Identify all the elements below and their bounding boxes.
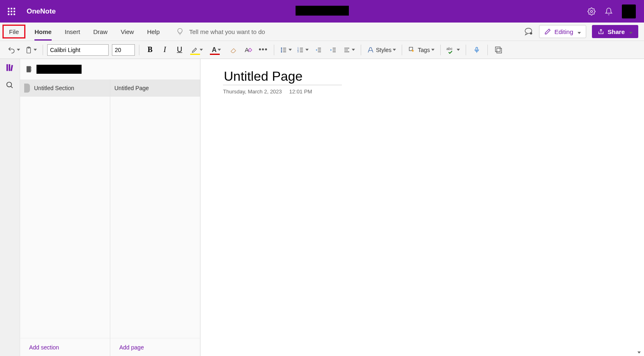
decrease-indent-button[interactable] — [312, 43, 325, 57]
paste-button[interactable] — [23, 43, 39, 57]
ribbon-toolbar: B I U A A ••• 123 Styles Tags abc — [0, 41, 644, 59]
page-title-input[interactable]: Untitled Page — [223, 69, 342, 85]
notebooks-icon[interactable] — [5, 63, 14, 72]
bullets-button[interactable] — [278, 43, 294, 57]
app-launcher-button[interactable] — [0, 8, 23, 15]
styles-button[interactable]: Styles — [365, 43, 398, 57]
clear-formatting-button[interactable] — [227, 43, 240, 57]
font-color-button[interactable]: A — [207, 43, 225, 57]
styles-label: Styles — [376, 47, 391, 53]
svg-line-39 — [11, 86, 13, 88]
underline-button[interactable]: U — [173, 43, 186, 57]
svg-rect-42 — [31, 69, 32, 70]
page-time: 12:01 PM — [289, 88, 312, 95]
feed-button[interactable] — [492, 43, 505, 57]
chevron-down-icon — [628, 28, 633, 35]
svg-rect-33 — [495, 47, 500, 52]
svg-rect-37 — [11, 65, 13, 71]
tags-button[interactable]: Tags — [406, 43, 436, 57]
bold-icon: B — [148, 45, 152, 54]
tell-me-placeholder: Tell me what you want to do — [189, 28, 265, 35]
spellcheck-icon: abc — [446, 46, 455, 54]
catch-up-icon[interactable] — [524, 27, 533, 36]
page-item[interactable]: Untitled Page — [110, 79, 200, 97]
font-size-input[interactable] — [112, 44, 135, 56]
svg-rect-36 — [9, 64, 10, 71]
increase-indent-button[interactable] — [327, 43, 340, 57]
separator — [361, 45, 361, 55]
pages-empty — [110, 97, 200, 338]
bullet-list-icon — [280, 46, 287, 54]
pencil-icon — [544, 28, 551, 35]
tab-draw[interactable]: Draw — [93, 23, 107, 41]
italic-button[interactable]: I — [158, 43, 171, 57]
page-meta: Thursday, March 2, 2023 12:01 PM — [223, 88, 644, 95]
section-item[interactable]: Untitled Section — [20, 79, 110, 97]
ellipsis-icon: ••• — [259, 45, 268, 54]
eraser-icon — [230, 46, 238, 54]
tab-help[interactable]: Help — [147, 23, 160, 41]
ribbon-tabs: Home Insert Draw View Help — [34, 23, 159, 41]
share-label: Share — [608, 28, 625, 35]
add-page-button[interactable]: Add page — [110, 338, 200, 356]
align-button[interactable] — [341, 43, 357, 57]
spelling-button[interactable]: abc — [445, 43, 462, 57]
numbering-button[interactable]: 123 — [295, 43, 310, 57]
svg-rect-5 — [248, 48, 252, 51]
search-icon[interactable] — [6, 81, 14, 89]
styles-icon — [367, 46, 374, 54]
indent-icon — [330, 46, 337, 54]
svg-rect-40 — [27, 66, 31, 73]
share-button[interactable]: Share — [592, 25, 638, 38]
tab-view[interactable]: View — [121, 23, 134, 41]
format-painter-button[interactable]: A — [242, 43, 255, 57]
tab-home[interactable]: Home — [34, 23, 52, 41]
page-date: Thursday, March 2, 2023 — [223, 88, 282, 95]
highlighter-icon — [191, 46, 198, 54]
svg-rect-35 — [7, 64, 8, 71]
tell-me-search[interactable]: Tell me what you want to do — [176, 28, 265, 35]
undo-icon — [7, 46, 16, 54]
undo-button[interactable] — [6, 43, 22, 57]
section-tab-icon — [24, 84, 30, 93]
font-color-icon: A — [212, 46, 217, 54]
svg-point-2 — [530, 32, 532, 35]
feed-icon — [494, 46, 503, 54]
separator — [487, 45, 488, 55]
notifications-icon[interactable] — [605, 7, 613, 16]
notebook-header[interactable] — [20, 59, 200, 79]
notebook-name-redacted — [36, 65, 82, 74]
svg-rect-43 — [31, 70, 32, 71]
document-title-redacted — [296, 6, 349, 16]
separator — [43, 45, 43, 55]
waffle-icon — [8, 8, 15, 15]
outdent-icon — [315, 46, 322, 54]
nav-columns: Untitled Section Add section Untitled Pa… — [20, 79, 200, 356]
editing-mode-button[interactable]: Editing — [539, 25, 586, 38]
microphone-icon — [473, 46, 480, 54]
editing-label: Editing — [554, 28, 573, 35]
file-menu-button[interactable]: File — [2, 25, 25, 39]
settings-icon[interactable] — [587, 7, 596, 16]
sections-column: Untitled Section Add section — [20, 79, 110, 356]
separator — [466, 45, 466, 55]
notebook-icon — [25, 65, 32, 74]
dictate-button[interactable] — [470, 43, 483, 57]
more-formatting-button[interactable]: ••• — [257, 43, 270, 57]
tabs-row: File Home Insert Draw View Help Tell me … — [0, 23, 644, 41]
title-right-controls — [587, 0, 644, 23]
bold-button[interactable]: B — [143, 43, 157, 57]
separator — [402, 45, 402, 55]
tab-insert[interactable]: Insert — [65, 23, 80, 41]
account-avatar[interactable] — [622, 5, 636, 18]
clipboard-icon — [25, 46, 32, 54]
svg-rect-32 — [476, 47, 478, 50]
tabs-right: Editing Share — [524, 25, 644, 38]
font-name-input[interactable] — [47, 44, 109, 56]
add-section-button[interactable]: Add section — [20, 338, 110, 356]
ribbon-expand-button[interactable] — [637, 348, 641, 355]
separator — [274, 45, 274, 55]
page-canvas[interactable]: Untitled Page Thursday, March 2, 2023 12… — [200, 59, 644, 356]
highlight-button[interactable] — [188, 43, 206, 57]
svg-point-6 — [281, 48, 282, 49]
